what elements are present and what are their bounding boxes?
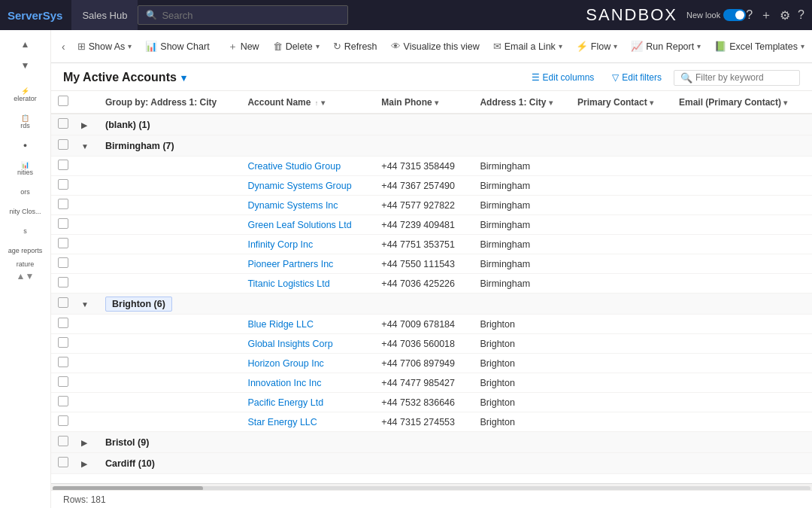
group-checkbox[interactable] [58,457,68,467]
row-account-name[interactable]: Pioneer Partners Inc [241,254,375,274]
account-name-link[interactable]: Green Leaf Solutions Ltd [247,220,351,230]
row-account-name[interactable]: Titanic Logistics Ltd [241,274,375,294]
group-expand-cell[interactable]: ▶ [75,114,99,135]
row-account-name[interactable]: Blue Ridge LLC [241,315,375,334]
scroll-thumb[interactable] [53,486,203,491]
sidebar-item-ors[interactable]: ors [17,185,33,199]
row-account-name[interactable]: Global Insights Corp [241,334,375,354]
row-checkbox[interactable] [58,218,68,229]
account-name-link[interactable]: Global Insights Corp [247,339,332,349]
account-name-link[interactable]: Pacific Energy Ltd [247,397,323,408]
row-checkbox[interactable] [58,238,68,248]
new-look-toggle[interactable] [723,9,746,21]
row-checkbox[interactable] [58,337,68,348]
edit-columns-button[interactable]: ☰ Edit columns [526,69,601,86]
account-name-link[interactable]: Dynamic Systems Group [247,181,351,191]
back-button[interactable]: ‹ [57,38,70,56]
group-expand-cell[interactable]: ▶ [75,453,99,474]
flow-button[interactable]: ⚡ Flow ▾ [570,38,623,55]
sidebar-item-records[interactable]: 📋 rds [17,111,33,132]
group-expand-cell[interactable]: ▶ [75,432,99,453]
row-account-name[interactable]: Creative Studio Group [241,157,375,176]
run-report-button[interactable]: 📈 Run Report ▾ [625,38,707,55]
settings-icon[interactable]: ⚙ [780,8,790,23]
account-name-link[interactable]: Infinity Corp Inc [247,239,313,250]
delete-button[interactable]: 🗑 Delete ▾ [267,38,326,55]
group-checkbox[interactable] [58,118,68,129]
row-account-name[interactable]: Green Leaf Solutions Ltd [241,215,375,235]
sales-hub-tab[interactable]: Sales Hub [71,0,138,30]
new-button[interactable]: ＋ New [222,37,265,56]
group-expand-cell[interactable]: ▼ [75,294,99,315]
excel-button[interactable]: 📗 Excel Templates ▾ [708,38,810,55]
sidebar-item-age-reports[interactable]: age reports [5,244,46,257]
row-checkbox[interactable] [58,160,68,170]
row-account-name[interactable]: Horizon Group Inc [241,354,375,373]
help-icon[interactable]: ? [746,8,753,22]
row-account-name[interactable]: Dynamic Systems Group [241,176,375,196]
account-name-link[interactable]: Titanic Logistics Ltd [247,278,329,289]
primary-contact-dropdown[interactable]: ▾ [650,99,653,107]
refresh-button[interactable]: ↻ Refresh [327,38,383,55]
row-checkbox[interactable] [58,179,68,190]
show-as-button[interactable]: ⊞ Show As ▾ [71,38,138,55]
account-name-link[interactable]: Blue Ridge LLC [247,319,314,330]
row-checkbox[interactable] [58,396,68,406]
group-checkbox[interactable] [58,297,68,308]
header-main-phone[interactable]: Main Phone ▾ [375,91,474,114]
email-link-button[interactable]: ✉ Email a Link ▾ [487,38,568,55]
row-account-name[interactable]: Innovation Inc Inc [241,373,375,393]
row-account-name[interactable]: Pacific Energy Ltd [241,393,375,412]
row-account-name[interactable]: Dynamic Systems Inc [241,196,375,215]
group-checkbox[interactable] [58,436,68,446]
sidebar-chevron-down[interactable]: ▼ [17,56,35,75]
group-checkbox[interactable] [58,139,68,150]
select-all-checkbox[interactable] [58,96,68,106]
scroll-track[interactable] [53,486,810,491]
add-icon[interactable]: ＋ [760,8,772,23]
header-address-city[interactable]: Address 1: City ▾ [474,91,571,114]
sidebar-expand-icon[interactable]: ▲▼ [0,271,50,281]
group-expand-cell[interactable]: ▼ [75,135,99,157]
row-checkbox[interactable] [58,376,68,387]
account-name-link[interactable]: Innovation Inc Inc [247,378,321,388]
horizontal-scrollbar[interactable] [51,483,812,490]
sidebar-item-accelerator[interactable]: ⚡ elerator [11,84,40,105]
view-title-dropdown-icon[interactable]: ▾ [181,72,186,84]
filter-input-wrap[interactable]: 🔍 [674,70,800,86]
row-checkbox[interactable] [58,318,68,328]
account-name-link[interactable]: Dynamic Systems Inc [247,200,338,211]
account-name-link[interactable]: Star Energy LLC [247,417,317,427]
filter-input[interactable] [695,72,793,83]
edit-filters-button[interactable]: ▽ Edit filters [606,69,668,86]
show-chart-button[interactable]: 📊 Show Chart [139,38,215,55]
sidebar-item-s[interactable]: s [20,224,30,238]
account-name-dropdown[interactable]: ▾ [321,99,325,107]
search-input[interactable] [162,10,340,21]
header-email-primary[interactable]: Email (Primary Contact) ▾ [673,91,812,114]
address-city-dropdown[interactable]: ▾ [549,99,553,107]
main-phone-dropdown[interactable]: ▾ [435,99,438,107]
row-checkbox[interactable] [58,415,68,426]
row-checkbox[interactable] [58,257,68,268]
row-account-name[interactable]: Star Energy LLC [241,412,375,432]
row-checkbox[interactable] [58,357,68,367]
header-account-name[interactable]: Account Name ↑ ▾ [241,91,375,114]
row-account-name[interactable]: Infinity Corp Inc [241,235,375,254]
header-primary-contact[interactable]: Primary Contact ▾ [571,91,673,114]
sidebar-item-nities[interactable]: 📊 nities [14,158,36,179]
sidebar-chevron-up[interactable]: ▲ [17,35,35,54]
row-checkbox[interactable] [58,199,68,209]
row-checkbox[interactable] [58,277,68,287]
visualize-button[interactable]: 👁 Visualize this view [385,38,486,55]
search-bar[interactable]: 🔍 [138,5,348,25]
header-select-all[interactable] [51,91,75,114]
sidebar-item-nity-clos[interactable]: nity Clos... [6,205,44,218]
sidebar-item-dot[interactable]: ● [20,138,30,152]
email-primary-dropdown[interactable]: ▾ [783,99,787,107]
sidebar-item-rature[interactable]: rature [0,257,50,271]
account-name-link[interactable]: Pioneer Partners Inc [247,259,333,269]
account-name-link[interactable]: Horizon Group Inc [247,358,323,369]
question-icon[interactable]: ? [798,8,804,22]
account-name-link[interactable]: Creative Studio Group [247,161,341,172]
